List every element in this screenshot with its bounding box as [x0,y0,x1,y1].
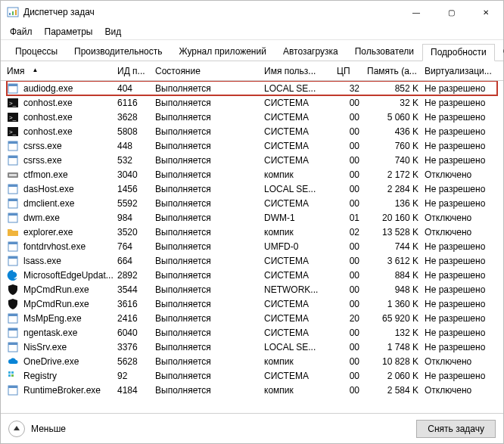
cell-mem: 1 360 K [367,299,425,309]
cell-name: RuntimeBroker.exe [7,384,117,396]
table-row[interactable]: dmclient.exe5592ВыполняетсяСИСТЕМА00136 … [7,196,497,210]
tab[interactable]: Автозагрузка [275,43,347,61]
table-row[interactable]: MpCmdRun.exe3544ВыполняетсяNETWORK...009… [7,282,497,297]
column-header-mem[interactable]: Память (а... [367,66,425,76]
end-task-button[interactable]: Снять задачу [416,420,496,438]
cell-pid: 2416 [117,313,155,324]
svg-rect-15 [8,156,17,158]
tab[interactable]: Пользователи [347,43,422,61]
table-row[interactable]: csrss.exe532ВыполняетсяСИСТЕМА00740 KНе … [7,153,497,167]
cell-user: СИСТЕМА [264,126,337,137]
table-row[interactable]: MicrosoftEdgeUpdat...2892ВыполняетсяСИСТ… [7,268,497,282]
svg-rect-25 [8,242,17,244]
column-header-virt[interactable]: Виртуализаци... [425,66,497,76]
cell-pid: 1456 [117,184,155,194]
table-row[interactable]: csrss.exe448ВыполняетсяСИСТЕМА00760 KНе … [7,138,497,153]
minimize-button[interactable]: — [399,1,434,23]
table-row[interactable]: RuntimeBroker.exe4184Выполняетсякомпик00… [7,383,497,397]
menu-item[interactable]: Вид [98,25,127,39]
cell-name: ngentask.exe [7,327,117,339]
column-header-user[interactable]: Имя польз... [264,66,337,76]
table-row[interactable]: dwm.exe984ВыполняетсяDWM-10120 160 KОткл… [7,210,497,225]
table-row[interactable]: NisSrv.exe3376ВыполняетсяLOCAL SE...001 … [7,340,497,354]
cell-virt: Не разрешено [425,313,497,324]
app-icon [7,241,19,253]
tab[interactable]: Производительность [66,43,170,61]
column-header-name[interactable]: Имя▲ [7,66,117,76]
table-row[interactable]: fontdrvhost.exe764ВыполняетсяUMFD-000744… [7,239,497,253]
table-row[interactable]: >_conhost.exe5808ВыполняетсяСИСТЕМА00436… [7,124,497,138]
table-row[interactable]: dasHost.exe1456ВыполняетсяLOCAL SE...002… [7,182,497,196]
table-row[interactable]: MsMpEng.exe2416ВыполняетсяСИСТЕМА2065 92… [7,311,497,325]
svg-rect-31 [8,328,17,331]
tab[interactable]: Журнал приложений [171,43,275,61]
menubar: ФайлПараметрыВид [1,23,503,40]
rows-container[interactable]: audiodg.exe404ВыполняетсяLOCAL SE...3285… [1,81,503,413]
table-row[interactable]: OneDrive.exe5628Выполняетсякомпик0010 82… [7,354,497,368]
process-name: conhost.exe [23,126,73,137]
cell-name: MpCmdRun.exe [7,298,117,310]
process-name: csrss.exe [23,141,62,151]
cell-cpu: 00 [337,112,367,123]
cell-cpu: 00 [337,299,367,309]
column-header-state[interactable]: Состояние [155,66,264,76]
table-row[interactable]: audiodg.exe404ВыполняетсяLOCAL SE...3285… [7,81,497,95]
process-name: dasHost.exe [23,184,74,194]
table-row[interactable]: explorer.exe3520Выполняетсякомпик0213 52… [7,225,497,239]
cell-virt: Не разрешено [425,112,497,123]
svg-rect-36 [8,374,11,377]
maximize-button[interactable]: ▢ [434,1,468,23]
cell-name: >_conhost.exe [7,126,117,138]
cell-user: СИСТЕМА [264,155,337,166]
svg-text:>_: >_ [9,129,17,135]
cell-name: dmclient.exe [7,197,117,210]
collapse-button[interactable] [8,421,25,437]
table-row[interactable]: ctfmon.exe3040Выполняетсякомпик002 172 K… [7,167,497,182]
table-row[interactable]: >_conhost.exe6116ВыполняетсяСИСТЕМА0032 … [7,95,497,110]
process-name: ctfmon.exe [23,169,68,180]
cell-cpu: 00 [337,342,367,352]
app-icon [7,327,19,339]
cell-user: компик [264,227,337,238]
cell-user: компик [264,169,337,180]
table-row[interactable]: MpCmdRun.exe3616ВыполняетсяСИСТЕМА001 36… [7,297,497,311]
tab[interactable]: Службы [495,43,504,61]
cell-virt: Не разрешено [425,371,497,381]
cell-pid: 3040 [117,169,155,180]
svg-rect-39 [8,386,17,388]
cell-cpu: 00 [337,169,367,180]
cell-pid: 6040 [117,328,155,338]
cell-virt: Не разрешено [425,328,497,338]
column-header-pid[interactable]: ИД п... [117,66,155,76]
less-details-label[interactable]: Меньше [31,424,66,434]
footer: Меньше Снять задачу [1,413,503,443]
cell-cpu: 00 [337,256,367,266]
cell-pid: 2892 [117,270,155,281]
column-header-cpu[interactable]: ЦП [337,66,367,76]
tab[interactable]: Подробности [422,44,495,61]
cell-mem: 740 K [367,155,425,166]
cell-name: dwm.exe [7,212,117,224]
tab[interactable]: Процессы [7,43,66,61]
cell-name: dasHost.exe [7,183,117,195]
table-row[interactable]: >_conhost.exe3628ВыполняетсяСИСТЕМА005 0… [7,110,497,124]
cell-user: СИСТЕМА [264,313,337,324]
menu-item[interactable]: Параметры [39,25,99,39]
cell-cpu: 00 [337,356,367,367]
app-icon [7,82,19,95]
cell-state: Выполняется [155,284,264,295]
table-row[interactable]: Registry92ВыполняетсяСИСТЕМА002 060 KНе … [7,368,497,383]
cell-name: audiodg.exe [7,82,117,95]
close-button[interactable]: ✕ [468,1,503,23]
table-row[interactable]: lsass.exe664ВыполняетсяСИСТЕМА003 612 KН… [7,253,497,268]
menu-item[interactable]: Файл [4,25,39,39]
cell-pid: 5592 [117,198,155,209]
cell-pid: 448 [117,141,155,151]
cell-user: LOCAL SE... [264,83,337,94]
cell-name: MicrosoftEdgeUpdat... [7,269,117,281]
cell-cpu: 00 [337,385,367,396]
process-name: fontdrvhost.exe [23,241,86,252]
process-name: conhost.exe [23,112,73,123]
svg-rect-33 [8,343,17,345]
table-row[interactable]: ngentask.exe6040ВыполняетсяСИСТЕМА00132 … [7,325,497,340]
